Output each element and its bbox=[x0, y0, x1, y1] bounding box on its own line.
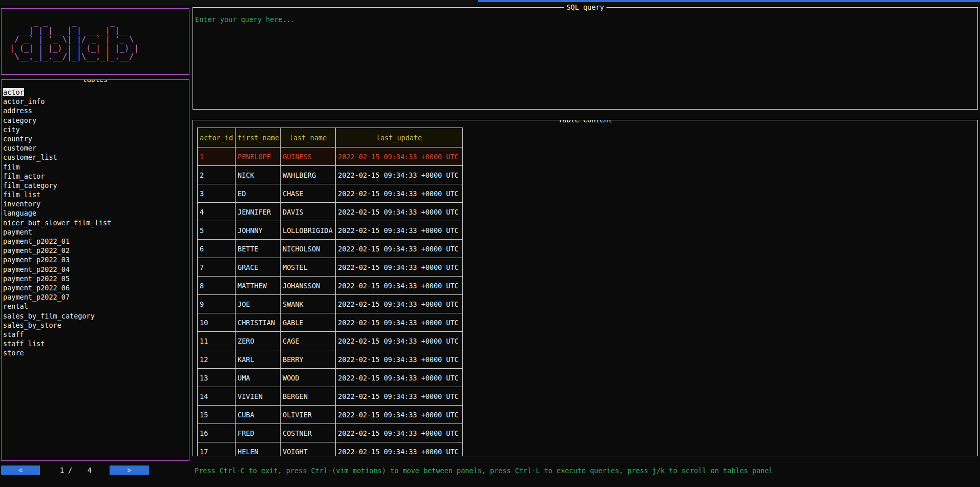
table-cell: 7 bbox=[198, 258, 236, 277]
sql-query-input[interactable]: Enter your query here... bbox=[193, 8, 977, 109]
table-cell: 2022-02-15 09:34:33 +0000 UTC bbox=[336, 240, 463, 258]
tables-list-item[interactable]: actor_info bbox=[3, 97, 189, 106]
table-row[interactable]: 15CUBAOLIVIER2022-02-15 09:34:33 +0000 U… bbox=[198, 406, 463, 424]
tables-list-item[interactable]: payment bbox=[3, 227, 189, 237]
table-cell: 2022-02-15 09:34:33 +0000 UTC bbox=[336, 387, 463, 406]
table-cell: 2022-02-15 09:34:33 +0000 UTC bbox=[336, 350, 463, 369]
table-row[interactable]: 17HELENVOIGHT2022-02-15 09:34:33 +0000 U… bbox=[198, 442, 463, 457]
column-header: first_name bbox=[236, 128, 281, 147]
table-cell: ZERO bbox=[236, 332, 281, 350]
tables-list-item[interactable]: store bbox=[3, 348, 189, 357]
table-row[interactable]: 10CHRISTIANGABLE2022-02-15 09:34:33 +000… bbox=[198, 313, 463, 332]
table-cell: JOHNNY bbox=[236, 221, 281, 240]
sql-panel-title: SQL query bbox=[564, 3, 606, 12]
tables-list-item[interactable]: staff bbox=[3, 330, 189, 339]
table-row[interactable]: 5JOHNNYLOLLOBRIGIDA2022-02-15 09:34:33 +… bbox=[198, 221, 463, 240]
tables-list-item-label: payment_p2022_06 bbox=[3, 284, 70, 292]
tables-list-item[interactable]: payment_p2022_05 bbox=[3, 274, 189, 283]
table-row[interactable]: 13UMAWOOD2022-02-15 09:34:33 +0000 UTC bbox=[198, 369, 463, 387]
content-table-header-row: actor_idfirst_namelast_namelast_update bbox=[198, 128, 463, 147]
tables-list-item[interactable]: city bbox=[3, 125, 189, 134]
content-table-wrap: actor_idfirst_namelast_namelast_update 1… bbox=[197, 128, 977, 456]
tables-list-item-label: sales_by_film_category bbox=[3, 312, 95, 320]
tables-list-item-label: payment_p2022_03 bbox=[3, 256, 70, 264]
table-cell: 8 bbox=[198, 277, 236, 295]
table-cell: 5 bbox=[198, 221, 236, 240]
table-cell: OLIVIER bbox=[281, 406, 336, 424]
table-row[interactable]: 9JOESWANK2022-02-15 09:34:33 +0000 UTC bbox=[198, 295, 463, 313]
next-page-button[interactable]: > bbox=[110, 465, 149, 475]
table-cell: 2022-02-15 09:34:33 +0000 UTC bbox=[336, 203, 463, 221]
tables-list-item-label: payment bbox=[3, 228, 32, 236]
table-cell: MATTHEW bbox=[236, 277, 281, 295]
table-cell: 2022-02-15 09:34:33 +0000 UTC bbox=[336, 442, 463, 457]
page-separator: / bbox=[68, 465, 72, 475]
table-cell: BERGEN bbox=[281, 387, 336, 406]
column-header: last_name bbox=[281, 128, 336, 147]
tables-list-item[interactable]: sales_by_film_category bbox=[3, 311, 189, 321]
table-row[interactable]: 12KARLBERRY2022-02-15 09:34:33 +0000 UTC bbox=[198, 350, 463, 369]
tables-list-item[interactable]: inventory bbox=[3, 199, 189, 208]
table-cell: 2022-02-15 09:34:33 +0000 UTC bbox=[336, 166, 463, 184]
table-row[interactable]: 3EDCHASE2022-02-15 09:34:33 +0000 UTC bbox=[198, 184, 463, 203]
table-cell: 4 bbox=[198, 203, 236, 221]
tables-list-item[interactable]: address bbox=[3, 106, 189, 115]
table-row[interactable]: 14VIVIENBERGEN2022-02-15 09:34:33 +0000 … bbox=[198, 387, 463, 406]
table-cell: 2022-02-15 09:34:33 +0000 UTC bbox=[336, 424, 463, 442]
table-row[interactable]: 1PENELOPEGUINESS2022-02-15 09:34:33 +000… bbox=[198, 147, 463, 166]
top-scroll-indicator bbox=[478, 0, 980, 2]
tables-list-item[interactable]: film_list bbox=[3, 190, 189, 199]
tables-list-item[interactable]: staff_list bbox=[3, 339, 189, 348]
content-panel-title: Table Content bbox=[556, 120, 615, 124]
table-row[interactable]: 7GRACEMOSTEL2022-02-15 09:34:33 +0000 UT… bbox=[198, 258, 463, 277]
tables-list-item[interactable]: payment_p2022_07 bbox=[3, 292, 189, 302]
table-row[interactable]: 16FREDCOSTNER2022-02-15 09:34:33 +0000 U… bbox=[198, 424, 463, 442]
tables-list-item-label: country bbox=[3, 135, 32, 143]
table-row[interactable]: 11ZEROCAGE2022-02-15 09:34:33 +0000 UTC bbox=[198, 332, 463, 350]
tables-list-item[interactable]: rental bbox=[3, 302, 189, 311]
page-current: 1 bbox=[60, 465, 64, 475]
tables-list-item[interactable]: payment_p2022_04 bbox=[3, 265, 189, 274]
column-header: actor_id bbox=[198, 128, 236, 147]
table-cell: CHRISTIAN bbox=[236, 313, 281, 332]
table-cell: ED bbox=[236, 184, 281, 203]
table-cell: 16 bbox=[198, 424, 236, 442]
tables-list-item[interactable]: payment_p2022_01 bbox=[3, 237, 189, 246]
table-row[interactable]: 6BETTENICHOLSON2022-02-15 09:34:33 +0000… bbox=[198, 240, 463, 258]
tables-list-item[interactable]: language bbox=[3, 208, 189, 218]
tables-list-item[interactable]: country bbox=[3, 134, 189, 143]
tables-list-item[interactable]: customer bbox=[3, 143, 189, 153]
tables-list-item[interactable]: payment_p2022_03 bbox=[3, 255, 189, 264]
tables-list-item-label: film_actor bbox=[3, 172, 45, 180]
table-cell: CUBA bbox=[236, 406, 281, 424]
tables-list-item-label: payment_p2022_05 bbox=[3, 274, 70, 283]
table-cell: 2022-02-15 09:34:33 +0000 UTC bbox=[336, 147, 463, 166]
tables-list-item[interactable]: payment_p2022_06 bbox=[3, 283, 189, 292]
table-row[interactable]: 4JENNIFERDAVIS2022-02-15 09:34:33 +0000 … bbox=[198, 203, 463, 221]
content-table: actor_idfirst_namelast_namelast_update 1… bbox=[197, 128, 463, 456]
tables-list-item[interactable]: payment_p2022_02 bbox=[3, 246, 189, 255]
table-cell: CAGE bbox=[281, 332, 336, 350]
top-bar bbox=[0, 0, 980, 5]
tables-list-item[interactable]: actor bbox=[3, 88, 189, 97]
column-header: last_update bbox=[336, 128, 463, 147]
tables-list-item[interactable]: nicer_but_slower_film_list bbox=[3, 218, 189, 227]
table-cell: LOLLOBRIGIDA bbox=[281, 221, 336, 240]
table-cell: CHASE bbox=[281, 184, 336, 203]
tables-list-item-label: film bbox=[3, 163, 20, 171]
sql-query-panel: SQL query Enter your query here... bbox=[193, 7, 978, 110]
table-row[interactable]: 2NICKWAHLBERG2022-02-15 09:34:33 +0000 U… bbox=[198, 166, 463, 184]
tables-list-item[interactable]: film_actor bbox=[3, 172, 189, 181]
table-cell: UMA bbox=[236, 369, 281, 387]
tables-list-item-label: address bbox=[3, 107, 32, 115]
tables-list-item[interactable]: sales_by_store bbox=[3, 321, 189, 330]
prev-page-button[interactable]: < bbox=[1, 465, 40, 475]
tables-list-item[interactable]: customer_list bbox=[3, 153, 189, 162]
table-row[interactable]: 8MATTHEWJOHANSSON2022-02-15 09:34:33 +00… bbox=[198, 277, 463, 295]
tables-list-item[interactable]: film_category bbox=[3, 181, 189, 190]
tables-list-item[interactable]: category bbox=[3, 116, 189, 125]
tables-list-item[interactable]: film bbox=[3, 162, 189, 172]
tables-panel: tables actoractor_infoaddresscategorycit… bbox=[1, 79, 189, 461]
table-cell: SWANK bbox=[281, 295, 336, 313]
tables-list-item-label: actor bbox=[3, 88, 24, 96]
